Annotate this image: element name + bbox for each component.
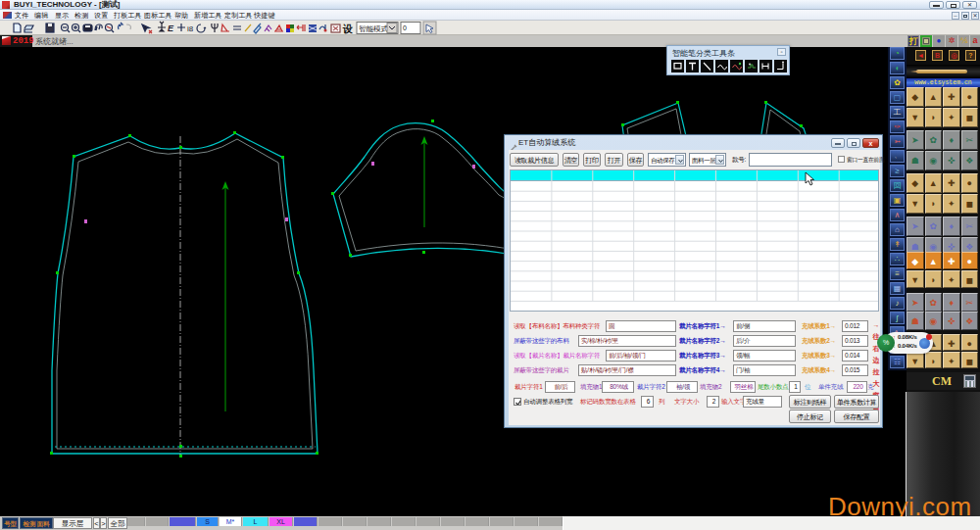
svg-text:设: 设 [342, 24, 353, 34]
svg-text:i8: i8 [187, 24, 194, 33]
svg-text:E: E [168, 24, 174, 33]
svg-text:0: 0 [403, 24, 407, 31]
